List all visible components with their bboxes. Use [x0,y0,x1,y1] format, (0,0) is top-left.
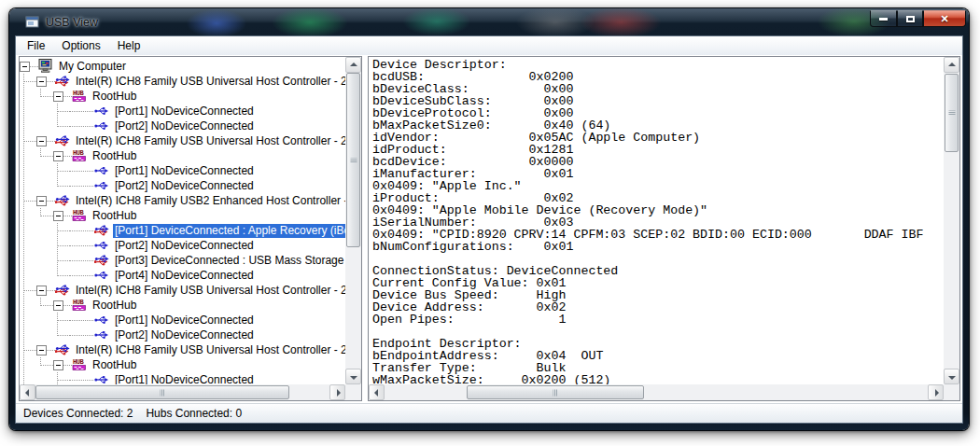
tree-guide [36,372,53,384]
tree-guide [36,268,53,283]
scroll-left-button[interactable] [20,384,35,400]
tree-guide [70,238,94,253]
tree-item[interactable]: [Port2] NoDeviceConnected [20,328,345,342]
scroll-up-button[interactable] [944,57,959,73]
hub-icon: HUB [72,208,87,223]
minus-icon [53,360,63,370]
tree-item[interactable]: [Port1] NoDeviceConnected [20,104,345,118]
tree-item[interactable]: HUBRootHub [20,208,345,223]
expand-collapse-box[interactable] [53,89,72,104]
usb-port-icon [94,328,109,342]
tree-item[interactable]: HUBRootHub [20,89,345,104]
tree-guide [20,223,36,238]
expand-collapse-box[interactable] [53,208,72,223]
expand-collapse-box[interactable] [36,342,55,357]
tree-guide [20,208,36,223]
minus-icon [53,211,63,221]
tree-item-label: [Port1] DeviceConnected : Apple Recovery… [113,224,345,238]
usb-device-icon [55,193,70,208]
tree-item[interactable]: HUBRootHub [20,357,345,372]
usb-port-icon [94,118,109,133]
usb-port-icon [94,163,109,178]
scroll-down-button[interactable] [944,369,959,384]
usb-port-icon [94,313,109,328]
tree-item[interactable]: [Port4] NoDeviceConnected [20,268,345,283]
details-vertical-scrollbar[interactable] [944,57,959,384]
scroll-left-button[interactable] [369,384,385,400]
tree-hscroll-thumb[interactable] [35,385,289,399]
hub-icon: HUB [72,148,87,163]
tree-item[interactable]: [Port2] NoDeviceConnected [20,118,345,133]
device-descriptor-view[interactable]: Device Descriptor: bcdUSB: 0x0200 bDevic… [369,57,944,384]
tree-item[interactable]: [Port1] NoDeviceConnected [20,372,345,384]
expand-collapse-box[interactable] [36,193,55,208]
status-bar: Devices Connected: 2 Hubs Connected: 0 [16,403,962,423]
expand-collapse-box[interactable] [36,74,55,89]
tree-item[interactable]: Intel(R) ICH8 Family USB Universal Host … [20,74,345,89]
usb-device-icon [55,133,70,148]
details-vscroll-thumb[interactable] [945,74,959,152]
tree-item[interactable]: HUBRootHub [20,148,345,163]
tree-guide [20,133,36,148]
tree-guide [70,328,94,342]
tree-item[interactable]: HUBRootHub [20,298,345,313]
minus-icon [36,77,47,87]
tree-guide [20,357,36,372]
arrow-down-icon [948,376,956,380]
tree-guide [20,342,36,357]
expand-collapse-box[interactable] [53,357,72,372]
tree-item[interactable]: Intel(R) ICH8 Family USB Universal Host … [20,133,345,148]
tree-vertical-scrollbar[interactable] [345,57,361,384]
expand-collapse-box[interactable] [36,283,55,298]
tree-item[interactable]: Intel(R) ICH8 Family USB Universal Host … [20,342,345,357]
tree-item[interactable]: My Computer [20,59,345,74]
expand-collapse-box[interactable] [20,59,38,74]
scroll-right-button[interactable] [928,384,944,400]
scroll-down-button[interactable] [345,369,361,384]
details-horizontal-scrollbar[interactable] [369,384,944,400]
usb-port-icon [94,268,109,283]
tree-item[interactable]: Intel(R) ICH8 Family USB Universal Host … [20,283,345,298]
tree-item[interactable]: Intel(R) ICH8 Family USB2 Enhanced Host … [20,193,345,208]
window-title: USB View [46,16,98,29]
tree-horizontal-scrollbar[interactable] [20,384,345,400]
expand-collapse-box[interactable] [53,298,72,313]
tree-guide [20,193,36,208]
maximize-button[interactable] [897,10,923,27]
tree-guide [20,298,36,313]
tree-item[interactable]: [Port1] NoDeviceConnected [20,313,345,328]
minus-icon [36,196,47,206]
minimize-button[interactable] [870,10,897,27]
minus-icon [36,345,47,355]
details-hscroll-thumb[interactable] [467,385,644,399]
close-button[interactable]: ✕ [923,10,966,27]
tree-item[interactable]: [Port1] NoDeviceConnected [20,163,345,178]
menu-help[interactable]: Help [109,37,149,54]
usb-port-icon [94,372,109,384]
client-area: File Options Help My ComputerIntel(R) IC… [16,36,962,423]
scroll-up-button[interactable] [345,57,361,73]
tree-item-label: [Port2] NoDeviceConnected [113,328,256,342]
arrow-up-icon [350,63,357,66]
tree-item-label: [Port1] NoDeviceConnected [113,105,256,118]
menu-options[interactable]: Options [53,37,108,54]
tree-item[interactable]: [Port3] DeviceConnected : USB Mass Stora… [20,253,345,268]
tree-item[interactable]: [Port1] DeviceConnected : Apple Recovery… [20,223,345,238]
tree-guide [20,74,36,89]
expand-collapse-box[interactable] [36,133,55,148]
tree-vscroll-thumb[interactable] [346,73,360,247]
tree-guide [36,118,53,133]
title-bar[interactable]: USB View ✕ [9,8,969,36]
tree-item-label: RootHub [91,358,138,372]
menu-file[interactable]: File [19,37,53,54]
tree-item[interactable]: [Port2] NoDeviceConnected [20,178,345,193]
usb-controller-icon [55,342,70,357]
tree-item-label: [Port1] NoDeviceConnected [113,373,256,385]
tree-item[interactable]: [Port2] NoDeviceConnected [20,238,345,253]
usb-device-icon [55,283,70,298]
expand-collapse-box[interactable] [53,148,72,163]
usb-port-icon [94,238,109,253]
minus-icon [53,151,63,161]
scroll-right-button[interactable] [329,384,345,400]
tree-item-label: [Port1] NoDeviceConnected [113,164,256,178]
